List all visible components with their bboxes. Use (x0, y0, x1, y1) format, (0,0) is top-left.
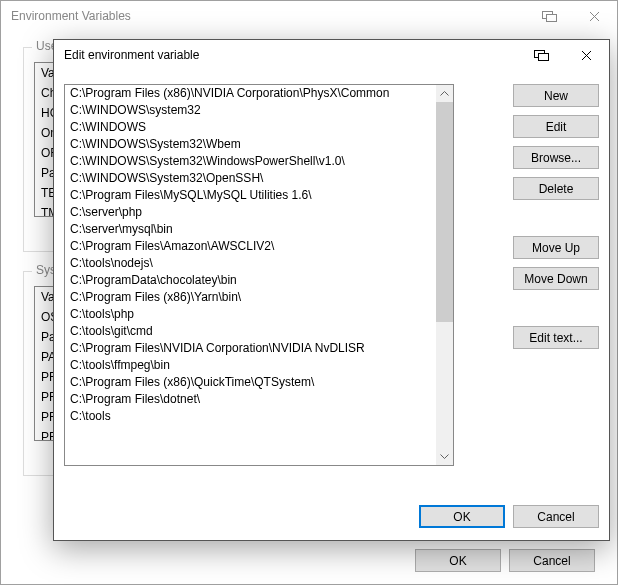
path-entry[interactable]: C:\Program Files\dotnet\ (65, 391, 436, 408)
parent-cancel-button[interactable]: Cancel (509, 549, 595, 572)
cancel-button[interactable]: Cancel (513, 505, 599, 528)
path-entry[interactable]: C:\Program Files (x86)\NVIDIA Corporatio… (65, 85, 436, 102)
edit-text-button[interactable]: Edit text... (513, 326, 599, 349)
maximize-icon[interactable] (527, 1, 572, 31)
move-up-button[interactable]: Move Up (513, 236, 599, 259)
move-down-button[interactable]: Move Down (513, 267, 599, 290)
path-entry[interactable]: C:\server\php (65, 204, 436, 221)
path-entry[interactable]: C:\WINDOWS\System32\Wbem (65, 136, 436, 153)
modal-title: Edit environment variable (64, 48, 519, 62)
path-entry[interactable]: C:\WINDOWS (65, 119, 436, 136)
path-entry[interactable]: C:\server\mysql\bin (65, 221, 436, 238)
scroll-down-icon[interactable] (436, 448, 453, 465)
maximize-icon[interactable] (519, 40, 564, 70)
path-items: C:\Program Files (x86)\NVIDIA Corporatio… (65, 85, 436, 465)
edit-env-var-dialog: Edit environment variable C:\Program Fil… (53, 39, 610, 541)
path-list[interactable]: C:\Program Files (x86)\NVIDIA Corporatio… (64, 84, 454, 466)
edit-button[interactable]: Edit (513, 115, 599, 138)
path-scrollbar[interactable] (436, 85, 453, 465)
side-buttons: New Edit Browse... Delete Move Up Move D… (513, 84, 599, 349)
modal-titlebar: Edit environment variable (54, 40, 609, 70)
path-entry[interactable]: C:\tools\git\cmd (65, 323, 436, 340)
close-icon[interactable] (572, 1, 617, 31)
modal-footer: OK Cancel (419, 505, 599, 528)
browse-button[interactable]: Browse... (513, 146, 599, 169)
ok-button[interactable]: OK (419, 505, 505, 528)
path-entry[interactable]: C:\WINDOWS\System32\WindowsPowerShell\v1… (65, 153, 436, 170)
parent-titlebar: Environment Variables (1, 1, 617, 31)
path-entry[interactable]: C:\Program Files\NVIDIA Corporation\NVID… (65, 340, 436, 357)
new-button[interactable]: New (513, 84, 599, 107)
parent-ok-button[interactable]: OK (415, 549, 501, 572)
scroll-up-icon[interactable] (436, 85, 453, 102)
svg-rect-3 (539, 53, 549, 60)
path-entry[interactable]: C:\ProgramData\chocolatey\bin (65, 272, 436, 289)
modal-title-icons (519, 40, 609, 70)
path-entry[interactable]: C:\Program Files\MySQL\MySQL Utilities 1… (65, 187, 436, 204)
close-icon[interactable] (564, 40, 609, 70)
path-entry[interactable]: C:\tools\nodejs\ (65, 255, 436, 272)
path-entry[interactable]: C:\tools (65, 408, 436, 425)
modal-body: C:\Program Files (x86)\NVIDIA Corporatio… (64, 84, 599, 528)
parent-title-icons (527, 1, 617, 31)
path-entry[interactable]: C:\tools\php (65, 306, 436, 323)
parent-buttons: OK Cancel (415, 549, 595, 572)
svg-rect-1 (547, 14, 557, 21)
path-entry[interactable]: C:\WINDOWS\system32 (65, 102, 436, 119)
path-entry[interactable]: C:\WINDOWS\System32\OpenSSH\ (65, 170, 436, 187)
path-entry[interactable]: C:\Program Files (x86)\Yarn\bin\ (65, 289, 436, 306)
path-entry[interactable]: C:\tools\ffmpeg\bin (65, 357, 436, 374)
scroll-thumb[interactable] (436, 102, 453, 322)
path-entry[interactable]: C:\Program Files (x86)\QuickTime\QTSyste… (65, 374, 436, 391)
path-entry[interactable]: C:\Program Files\Amazon\AWSCLIV2\ (65, 238, 436, 255)
parent-title: Environment Variables (11, 9, 527, 23)
delete-button[interactable]: Delete (513, 177, 599, 200)
